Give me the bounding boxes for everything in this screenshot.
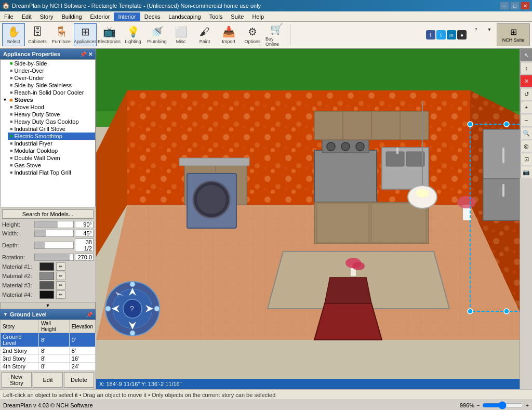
linkedin-icon[interactable]: in: [447, 30, 456, 39]
tree-item-gas-stove[interactable]: ■ Gas Stove: [8, 162, 95, 169]
tree-item-modular-cooktop[interactable]: ■ Modular Cooktop: [8, 147, 95, 154]
panel-close-icon[interactable]: ✕: [88, 51, 92, 57]
tree-item-stove-hood[interactable]: ■ Stove Hood: [8, 103, 95, 111]
main-layout: Appliance Properties 📌 ✕ ■ Side-by-Side …: [0, 49, 532, 389]
tree-item-industrial-grill[interactable]: ■ Industrial Grill Stove: [8, 125, 95, 133]
tool-cabinets[interactable]: 🗄 Cabinets: [26, 23, 49, 46]
tool-lighting[interactable]: 💡 Lighting: [122, 23, 144, 46]
search-models-btn[interactable]: Search for Models...: [2, 209, 94, 219]
material-4-swatch[interactable]: [39, 290, 54, 299]
zoom-slider[interactable]: [482, 402, 524, 409]
material-4-edit-btn[interactable]: ✏: [56, 290, 65, 299]
github-icon[interactable]: ●: [457, 30, 467, 39]
maximize-btn[interactable]: □: [510, 2, 520, 10]
right-tool-close[interactable]: ✕: [520, 75, 532, 87]
panel-scroll-down-btn[interactable]: ▼: [0, 302, 96, 309]
title-controls[interactable]: ─ □ ✕: [500, 2, 530, 10]
tool-furniture[interactable]: 🪑 Furniture: [50, 23, 73, 46]
tool-import[interactable]: 📥 Import: [217, 23, 240, 46]
story-row-2nd[interactable]: 2nd Story 8' 8': [1, 347, 96, 355]
menu-help[interactable]: Help: [248, 12, 268, 21]
tree-item-electric-smooth[interactable]: ■ Electric Smoothtop: [8, 133, 95, 140]
ground-panel-collapse-icon[interactable]: ▼: [3, 312, 8, 317]
menu-interior[interactable]: Interior: [114, 12, 140, 21]
right-tool-zoomin[interactable]: +: [520, 101, 532, 113]
panel-header-icons[interactable]: 📌 ✕: [80, 51, 92, 57]
menu-building[interactable]: Building: [57, 12, 86, 21]
zoom-minus-btn[interactable]: −: [476, 402, 480, 408]
twitter-icon[interactable]: t: [436, 30, 446, 39]
close-btn[interactable]: ✕: [521, 2, 530, 10]
tool-electronics[interactable]: 📺 Electronics: [98, 23, 121, 46]
menu-tools[interactable]: Tools: [205, 12, 227, 21]
menu-story[interactable]: Story: [36, 12, 58, 21]
compass-rotate-w[interactable]: [105, 306, 111, 311]
compass-rotate-e[interactable]: [154, 306, 159, 311]
material-1-swatch[interactable]: [39, 262, 54, 271]
delete-story-btn[interactable]: Delete: [64, 372, 94, 388]
tree-item-under-over[interactable]: ■ Under-Over: [8, 67, 95, 74]
material-2-swatch[interactable]: [39, 272, 54, 280]
right-tool-search[interactable]: 🔍: [520, 127, 532, 139]
tool-settings-arrow[interactable]: ▼: [483, 23, 496, 36]
menu-suite[interactable]: Suite: [227, 12, 248, 21]
right-tool-grid[interactable]: ⊡: [520, 153, 532, 165]
tool-select[interactable]: ✋ Select: [2, 23, 25, 46]
compass-rotate-n[interactable]: [130, 282, 135, 287]
tool-paint[interactable]: 🖌 Paint: [193, 23, 216, 46]
story-row-4th[interactable]: 4th Story 8' 24': [1, 363, 96, 371]
material-3-swatch[interactable]: [39, 281, 54, 289]
menu-file[interactable]: File: [0, 12, 18, 21]
right-tool-target[interactable]: ◎: [520, 140, 532, 152]
nav-compass[interactable]: ?: [104, 280, 161, 337]
prop-depth-slider[interactable]: [34, 242, 74, 249]
tool-help[interactable]: ?: [470, 23, 482, 36]
prop-rotation-slider[interactable]: [34, 254, 74, 261]
right-tool-expand[interactable]: ↕: [520, 62, 532, 74]
minimize-btn[interactable]: ─: [500, 2, 509, 10]
tree-item-industrial-fryer[interactable]: ■ Industrial Fryer: [8, 140, 95, 147]
story-name-4th: 4th Story: [1, 363, 39, 371]
tree-item-reach-in[interactable]: ■ Reach-in Solid Door Cooler: [8, 89, 95, 96]
prop-height-slider[interactable]: [34, 221, 74, 228]
story-row-3rd[interactable]: 3rd Story 8' 16': [1, 355, 96, 363]
nch-suite-btn[interactable]: ⊞ NCH Suite: [497, 23, 530, 46]
material-3-edit-btn[interactable]: ✏: [56, 281, 65, 289]
tool-misc[interactable]: ⬜ Misc: [169, 23, 192, 46]
canvas-area[interactable]: ? X: 184'-9 11/16" Y: 136'-2 11/16": [96, 49, 520, 389]
edit-story-btn[interactable]: Edit: [33, 372, 63, 388]
material-1-edit-btn[interactable]: ✏: [56, 262, 65, 271]
material-2-edit-btn[interactable]: ✏: [56, 272, 65, 280]
tree-item-heavy-duty-gas[interactable]: ■ Heavy Duty Gas Cooktop: [8, 118, 95, 125]
facebook-icon[interactable]: f: [426, 30, 435, 39]
tree-label: Reach-in Solid Door Cooler: [14, 89, 84, 96]
compass-rotate-s[interactable]: [130, 330, 135, 336]
menu-exterior[interactable]: Exterior: [86, 12, 114, 21]
ground-panel-icons[interactable]: 📌: [86, 312, 92, 318]
right-tool-zoomout[interactable]: −: [520, 114, 532, 126]
right-tool-rotate[interactable]: ↺: [520, 88, 532, 100]
tree-icon-gray: ■: [10, 104, 12, 110]
prop-width-slider[interactable]: [34, 230, 74, 237]
tree-item-double-wall[interactable]: ■ Double Wall Oven: [8, 154, 95, 162]
ground-panel-pin-icon[interactable]: 📌: [86, 312, 92, 318]
tool-buyonline[interactable]: 🛒 Buy Online: [265, 23, 288, 46]
new-story-btn[interactable]: New Story: [2, 372, 32, 388]
zoom-plus-btn[interactable]: +: [526, 402, 529, 408]
tree-item-industrial-flat[interactable]: ■ Industrial Flat Top Grill: [8, 169, 95, 176]
tree-item-stoves-group[interactable]: ▼ ■ Stoves: [1, 96, 95, 103]
panel-pin-icon[interactable]: 📌: [80, 51, 86, 57]
tool-options[interactable]: ⚙ Options: [241, 23, 264, 46]
tree-item-side-by-side[interactable]: ■ Side-by-Side: [8, 60, 95, 67]
menu-decks[interactable]: Decks: [140, 12, 165, 21]
right-tool-camera[interactable]: 📷: [520, 166, 532, 178]
menu-landscaping[interactable]: Landscaping: [164, 12, 205, 21]
tool-appliances[interactable]: ⊞ Appliances: [74, 23, 97, 46]
menu-edit[interactable]: Edit: [18, 12, 36, 21]
right-tool-cursor[interactable]: ↖: [520, 49, 532, 61]
tree-item-over-under[interactable]: ■ Over-Under: [8, 74, 95, 82]
tree-item-heavy-duty-stove[interactable]: ■ Heavy Duty Stove: [8, 111, 95, 118]
tool-plumbing[interactable]: 🚿 Plumbing: [145, 23, 168, 46]
story-row-ground[interactable]: Ground Level 8' 0': [1, 333, 96, 347]
tree-item-sidebyside-stainless[interactable]: ■ Side-by-Side Stainless: [8, 82, 95, 89]
